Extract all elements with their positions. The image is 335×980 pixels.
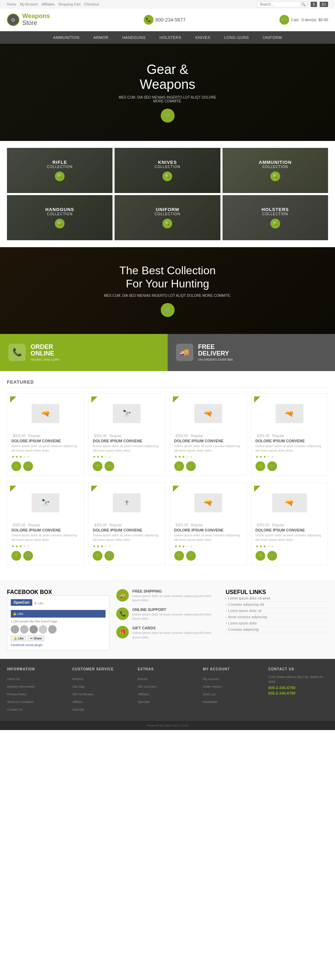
footer-contact[interactable]: Contact Us [7, 708, 22, 711]
footer-returns[interactable]: Returns [72, 677, 83, 681]
fb-share-button[interactable]: ↪ Share [27, 636, 44, 641]
fb-avatar-1 [11, 625, 19, 633]
footer-nav: INFORMATION About Us Delivery Informatio… [0, 659, 335, 721]
nav-shopping-cart[interactable]: Shopping Cart [58, 2, 81, 6]
search-button[interactable]: 🔍 [299, 2, 308, 7]
product-price-6: $355.00 Regular [93, 522, 161, 527]
useful-link-6[interactable]: Consetur adipiscing [225, 627, 328, 633]
language-button[interactable]: En [320, 2, 328, 7]
product-image-8: 🔫 [256, 487, 324, 518]
footer-brands[interactable]: Brands [138, 677, 148, 681]
handguns-subtitle: COLLECTION [46, 212, 74, 216]
product-card-3: 🔫 $355.00 Regular DOLORE IPSUM CONVENE D… [170, 393, 247, 476]
knives-search-btn[interactable]: 🔍 [162, 172, 172, 181]
nav-home[interactable]: Home [7, 2, 16, 6]
footer-specials[interactable]: Specials [72, 708, 84, 711]
ammo-search-btn[interactable]: 🔍 [270, 172, 280, 181]
wishlist-btn-1[interactable]: ♡ [11, 461, 21, 471]
useful-link-3[interactable]: Lorem ipsum dolor sit [225, 608, 328, 614]
cart-items: 0 item(s) [302, 18, 317, 22]
addcart-btn-8[interactable]: 🛒 [267, 551, 277, 561]
top-bar-right: 🔍 $ En [257, 2, 328, 7]
currency-button[interactable]: $ [311, 2, 317, 7]
product-image-7: 🔫 [174, 487, 242, 518]
wishlist-btn-3[interactable]: ♡ [174, 461, 184, 471]
handguns-search-btn[interactable]: 🔍 [55, 219, 65, 228]
footer-phone-2[interactable]: 800-2-345-6790 [268, 691, 328, 695]
addcart-btn-4[interactable]: 🛒 [267, 461, 277, 471]
product-image-2: 🔭 [93, 398, 161, 429]
addcart-btn-7[interactable]: 🛒 [186, 551, 196, 561]
footer-gift-vouchers[interactable]: Gift Vouchers [138, 685, 156, 688]
footer-site-map[interactable]: Site Map [72, 685, 85, 688]
cart-icon: 🛒 [279, 15, 289, 25]
wishlist-btn-5[interactable]: ♡ [11, 551, 21, 561]
addcart-btn-1[interactable]: 🛒 [23, 461, 33, 471]
footer-terms[interactable]: Terms & Conditions [7, 700, 34, 704]
wishlist-btn-8[interactable]: ♡ [256, 551, 265, 561]
addcart-btn-2[interactable]: 🛒 [105, 461, 114, 471]
collection-holsters[interactable]: HOLSTERS COLLECTION 🔍 [222, 195, 328, 240]
fb-like-button[interactable]: 👍 Like [11, 636, 26, 641]
nav-armor[interactable]: Armor [86, 31, 115, 44]
product-name-7: DOLORE IPSUM CONVENE [174, 528, 242, 532]
useful-link-2[interactable]: Consetur adipiscing elit [225, 601, 328, 608]
product-badge-2 [91, 396, 98, 403]
collection-handguns[interactable]: HANDGUNS COLLECTION 🔍 [7, 195, 113, 240]
footer-delivery-info[interactable]: Delivery Information [7, 685, 35, 688]
nav-affiliates[interactable]: Affiliates [41, 2, 54, 6]
wishlist-btn-4[interactable]: ♡ [256, 461, 265, 471]
fb-social-plugin-link[interactable]: Facebook social plugin [11, 643, 106, 647]
footer-about[interactable]: About Us [7, 677, 20, 681]
giftcard-icon: 🎁 [116, 626, 129, 638]
footer-affiliates[interactable]: Affiliates [138, 692, 149, 696]
footer-wish-list[interactable]: Wish List [203, 692, 216, 696]
nav-long-guns[interactable]: Long-Guns [218, 31, 256, 44]
fb-like-bar[interactable]: 👍 Like [11, 610, 106, 617]
product-desc-1: Dolore ipsum dolor sit amet consetur adi… [11, 444, 79, 453]
collection-knives[interactable]: KNIVES COLLECTION 🔍 [114, 148, 220, 193]
product-stars-4: ★ ★ ★ ★ ★ [256, 455, 324, 458]
wishlist-btn-7[interactable]: ♡ [174, 551, 184, 561]
product-image-1: 🔫 [11, 398, 79, 429]
useful-links-title: USEFUL LINKS [225, 589, 328, 595]
search-input[interactable] [257, 2, 299, 7]
useful-link-4[interactable]: Amet consetur adipiscing [225, 614, 328, 620]
nav-holsters[interactable]: Holsters [152, 31, 188, 44]
header-cart[interactable]: 🛒 Cart: 0 item(s) $0.00 [279, 15, 328, 25]
uniform-search-btn[interactable]: 🔍 [162, 219, 172, 228]
nav-knives[interactable]: Knives [189, 31, 218, 44]
wishlist-btn-2[interactable]: ♡ [93, 461, 102, 471]
holsters-search-btn[interactable]: 🔍 [270, 219, 280, 228]
collection-rifle[interactable]: RIFLE COLLECTION 🔍 [7, 148, 113, 193]
footer-order-history[interactable]: Order History [203, 685, 222, 688]
fb-logo: OpenCart [11, 599, 32, 606]
nav-ammunition[interactable]: Ammunition [46, 31, 86, 44]
footer-gift-certs[interactable]: Gift Certificates [72, 692, 94, 696]
nav-checkout[interactable]: Checkout [84, 2, 99, 6]
footer-phone-1[interactable]: 800-2-345-6790 [268, 686, 328, 690]
footer-privacy[interactable]: Privacy Policy [7, 692, 26, 696]
hunting-title: The Best Collection For Your Hunting [104, 264, 231, 291]
footer-specials-2[interactable]: Specials [138, 700, 149, 704]
collection-uniform[interactable]: UNIFORM COLLECTION 🔍 [114, 195, 220, 240]
nav-handguns[interactable]: Handguns [115, 31, 152, 44]
collection-ammunition[interactable]: AMMUNITION COLLECTION 🔍 [222, 148, 328, 193]
rifle-search-btn[interactable]: 🔍 [55, 172, 65, 181]
holsters-title: HOLSTERS [261, 207, 289, 212]
footer-affiliate[interactable]: Affiliate [72, 700, 82, 704]
addcart-btn-6[interactable]: 🛒 [105, 551, 114, 561]
products-grid-row2: 🔭 $355.00 Regular DOLORE IPSUM CONVENE D… [7, 482, 328, 565]
nav-my-account[interactable]: My Account [20, 2, 38, 6]
addcart-btn-5[interactable]: 🛒 [23, 551, 33, 561]
addcart-btn-3[interactable]: 🛒 [186, 461, 196, 471]
hero-shop-button[interactable]: 🛒 [161, 109, 175, 123]
hunting-shop-button[interactable]: 🛒 [161, 303, 175, 317]
useful-link-1[interactable]: Lorem ipsum dolor sit amet [225, 595, 328, 601]
footer-my-account-link[interactable]: My Account [203, 677, 219, 681]
nav-uniform[interactable]: Uniform [256, 31, 289, 44]
useful-link-5[interactable]: Lorem ipsum dolor [225, 620, 328, 627]
logo[interactable]: ⊙ Weapons Store [7, 13, 50, 27]
wishlist-btn-6[interactable]: ♡ [93, 551, 102, 561]
footer-newsletter[interactable]: Newsletter [203, 700, 218, 704]
